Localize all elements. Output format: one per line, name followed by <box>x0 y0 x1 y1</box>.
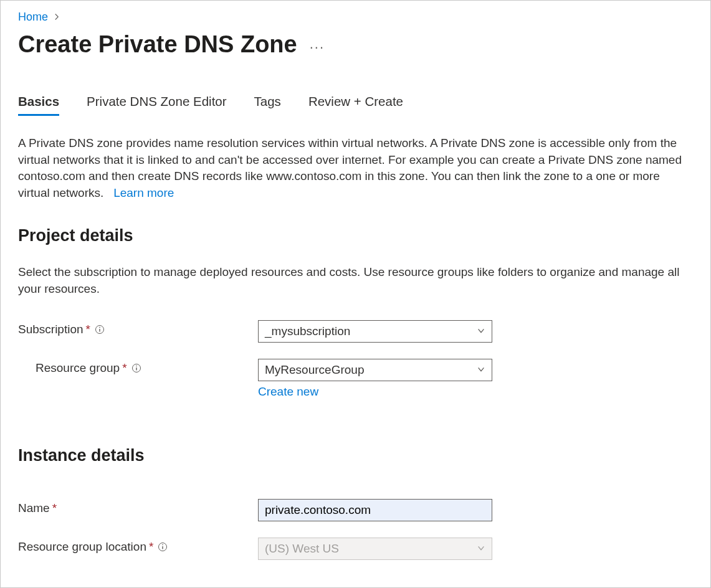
subscription-select-value: _mysubscription <box>265 325 350 338</box>
resource-group-label-text: Resource group <box>36 361 120 375</box>
required-asterisk: * <box>86 323 90 336</box>
instance-details-heading: Instance details <box>18 446 693 465</box>
required-asterisk: * <box>52 501 57 515</box>
subscription-select[interactable]: _mysubscription <box>258 320 492 343</box>
project-details-description: Select the subscription to manage deploy… <box>18 264 693 297</box>
create-new-resource-group-link[interactable]: Create new <box>258 385 492 399</box>
resource-group-select-value: MyResourceGroup <box>265 363 364 377</box>
resource-group-location-label-text: Resource group location <box>18 540 146 554</box>
svg-point-5 <box>136 365 137 366</box>
project-details-heading: Project details <box>18 226 693 245</box>
more-actions-button[interactable]: ··· <box>310 34 325 55</box>
chevron-down-icon <box>477 542 485 556</box>
chevron-down-icon <box>477 363 485 377</box>
resource-group-select[interactable]: MyResourceGroup <box>258 359 492 381</box>
resource-group-label: Resource group * <box>18 359 258 375</box>
svg-point-2 <box>99 326 100 328</box>
tab-tags[interactable]: Tags <box>254 94 281 116</box>
tab-review-create[interactable]: Review + Create <box>308 94 403 116</box>
tab-private-dns-zone-editor[interactable]: Private DNS Zone Editor <box>87 94 226 116</box>
subscription-label: Subscription * <box>18 320 258 336</box>
resource-group-location-value: (US) West US <box>265 542 339 556</box>
info-icon[interactable] <box>131 363 142 374</box>
required-asterisk: * <box>149 540 153 554</box>
learn-more-link[interactable]: Learn more <box>113 186 174 199</box>
resource-group-location-select: (US) West US <box>258 538 492 560</box>
chevron-right-icon <box>53 11 60 24</box>
page-title: Create Private DNS Zone <box>18 31 297 58</box>
svg-point-8 <box>163 544 164 545</box>
info-icon[interactable] <box>157 541 168 552</box>
subscription-label-text: Subscription <box>18 323 84 336</box>
name-label: Name * <box>18 499 258 515</box>
breadcrumb: Home <box>18 11 693 24</box>
tabs: Basics Private DNS Zone Editor Tags Revi… <box>18 94 693 116</box>
name-input[interactable] <box>258 499 492 521</box>
chevron-down-icon <box>477 325 485 338</box>
basics-description: A Private DNS zone provides name resolut… <box>18 135 693 201</box>
required-asterisk: * <box>122 361 126 375</box>
tab-basics[interactable]: Basics <box>18 94 59 116</box>
breadcrumb-home-link[interactable]: Home <box>18 11 48 24</box>
info-icon[interactable] <box>94 324 105 335</box>
name-label-text: Name <box>18 501 50 515</box>
resource-group-location-label: Resource group location * <box>18 538 258 554</box>
